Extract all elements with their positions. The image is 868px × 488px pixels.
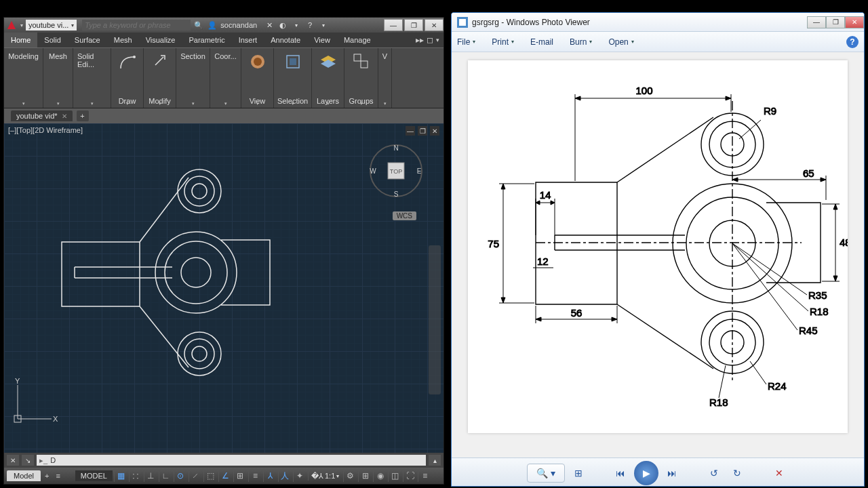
user-name[interactable]: socnandan — [220, 21, 257, 29]
ribbon-minimize-icon[interactable]: ◻ — [427, 35, 433, 45]
isolate-icon[interactable]: ◫ — [388, 470, 401, 482]
isoplane-icon[interactable]: ⟋ — [189, 470, 202, 482]
document-dropdown[interactable]: youtube vi... ▾ — [26, 20, 77, 30]
viewport[interactable]: [–][Top][2D Wireframe] — ❐ ✕ TOP N S E W… — [4, 123, 443, 453]
ribbon-label: Mesh — [49, 52, 67, 62]
svg-line-71 — [732, 243, 808, 311]
document-tab[interactable]: youtube vid* ✕ — [11, 110, 73, 121]
ribbon-draw[interactable]: Draw▾ — [111, 48, 144, 108]
lineweight-icon[interactable]: ≡ — [248, 470, 262, 482]
svg-text:75: 75 — [488, 238, 499, 249]
search-button-icon[interactable]: 🔍 — [193, 20, 204, 30]
close-tab-icon[interactable]: ✕ — [62, 113, 67, 120]
pv-menu-file[interactable]: File▾ — [457, 37, 475, 47]
cmd-recent-icon[interactable]: ↘ — [22, 455, 34, 466]
pv-rotate-ccw-button[interactable]: ↺ — [705, 464, 724, 483]
3dosnap-icon[interactable]: ∠ — [218, 470, 232, 482]
svg-text:R24: R24 — [768, 380, 787, 392]
ribbon-solid-editing[interactable]: Solid Edi...▾ — [73, 48, 111, 108]
clean-screen-icon[interactable]: ⛶ — [403, 470, 416, 482]
pv-help-button[interactable]: ? — [846, 36, 859, 48]
hardware-accel-icon[interactable]: ◉ — [373, 470, 387, 482]
svg-point-22 — [184, 339, 214, 369]
signin-icon[interactable]: 👤 — [207, 20, 218, 30]
model-button[interactable]: MODEL — [75, 470, 113, 481]
osnap-toggle-icon[interactable]: ⬚ — [203, 470, 217, 482]
document-tab-label: youtube vid* — [16, 112, 58, 120]
a360-icon[interactable]: ◐ — [277, 20, 288, 30]
ribbon-mesh[interactable]: Mesh▾ — [43, 48, 73, 108]
otrack-icon[interactable]: ⊞ — [233, 470, 247, 482]
maximize-button[interactable]: ❐ — [404, 19, 423, 31]
layout-list-icon[interactable]: ≡ — [53, 472, 62, 480]
autocad-logo[interactable] — [4, 18, 19, 33]
pv-menu-open[interactable]: Open▾ — [608, 37, 633, 47]
selection-filtering-icon[interactable]: 人 — [278, 470, 292, 482]
snap-toggle-icon[interactable]: ⸬ — [129, 470, 142, 482]
search-input[interactable] — [82, 20, 191, 30]
svg-line-46 — [739, 120, 761, 139]
new-tab-button[interactable]: + — [77, 110, 89, 121]
customize-icon[interactable]: ≡ — [418, 470, 431, 482]
gizmo-icon[interactable]: ✦ — [293, 470, 307, 482]
menu-insert[interactable]: Insert — [232, 33, 264, 47]
pv-rotate-cw-button[interactable]: ↻ — [728, 464, 747, 483]
menu-visualize[interactable]: Visualize — [139, 33, 182, 47]
pv-canvas[interactable]: 100 R9 75 14 12 56 — [452, 52, 864, 458]
menu-parametric[interactable]: Parametric — [182, 33, 231, 47]
ribbon-layers[interactable]: Layers▾ — [312, 48, 344, 108]
menu-mesh[interactable]: Mesh — [107, 33, 139, 47]
pv-slideshow-button[interactable]: ▶ — [634, 461, 658, 485]
menu-solid[interactable]: Solid — [37, 33, 67, 47]
minimize-button[interactable]: — — [384, 19, 403, 31]
chevron-down-icon[interactable]: ▾ — [318, 20, 329, 30]
grid-toggle-icon[interactable]: ▦ — [114, 470, 127, 482]
cmd-close-icon[interactable]: ✕ — [7, 455, 19, 466]
infer-constraints-icon[interactable]: ⊥ — [144, 470, 157, 482]
chevron-down-icon[interactable]: ▾ — [291, 20, 302, 30]
pv-menu-burn[interactable]: Burn▾ — [570, 37, 592, 47]
qat-pulldown-icon[interactable]: ▾ — [20, 22, 23, 28]
command-input[interactable]: ▸_ D — [37, 455, 426, 466]
gear-icon[interactable]: ⚙ — [343, 470, 357, 482]
pv-zoom-control[interactable]: 🔍 ▾ — [527, 464, 565, 483]
pv-menu-email[interactable]: E-mail — [530, 37, 553, 47]
ribbon-selection[interactable]: Selection▾ — [274, 48, 312, 108]
annotation-scale[interactable]: �⅄ 1:1 ▾ — [308, 472, 342, 481]
menu-annotate[interactable]: Annotate — [264, 33, 307, 47]
help-icon[interactable]: ? — [304, 20, 315, 30]
workspace-icon[interactable]: ⊞ — [358, 470, 372, 482]
pv-maximize-button[interactable]: ❐ — [826, 16, 845, 28]
layers-icon — [317, 51, 339, 73]
menu-manage[interactable]: Manage — [337, 33, 378, 47]
pv-last-button[interactable]: ⏭ — [663, 464, 682, 483]
pv-first-button[interactable]: ⏮ — [611, 464, 630, 483]
model-tab[interactable]: Model — [7, 470, 41, 481]
ribbon-coordinates[interactable]: Coor...▾ — [210, 48, 241, 108]
ribbon-view[interactable]: View▾ — [241, 48, 274, 108]
pv-actual-size-button[interactable]: ⊞ — [569, 464, 588, 483]
pv-menu-print[interactable]: Print▾ — [492, 37, 514, 47]
close-button[interactable]: ✕ — [425, 19, 443, 31]
svg-point-19 — [184, 176, 214, 206]
chevron-icon[interactable]: ▾ — [436, 37, 439, 43]
ribbon-more[interactable]: V▾ — [378, 48, 392, 108]
layout-add-icon[interactable]: + — [42, 472, 52, 480]
cmd-expand-icon[interactable]: ▴ — [429, 455, 441, 466]
pv-delete-button[interactable]: ✕ — [770, 464, 789, 483]
menu-scroll-right-icon[interactable]: ▸▸ — [416, 35, 424, 45]
pv-close-button[interactable]: ✕ — [845, 16, 864, 28]
ribbon-section[interactable]: Section▾ — [176, 48, 210, 108]
menu-home[interactable]: Home — [4, 33, 37, 47]
exchange-icon[interactable]: ✕ — [264, 20, 275, 30]
svg-point-16 — [165, 241, 227, 304]
ribbon-modify[interactable]: Modify▾ — [144, 48, 176, 108]
menu-surface[interactable]: Surface — [68, 33, 107, 47]
dynamic-ucs-icon[interactable]: ⅄ — [263, 470, 277, 482]
ribbon-modeling[interactable]: Modeling▾ — [4, 48, 43, 108]
pv-minimize-button[interactable]: — — [807, 16, 826, 28]
polar-toggle-icon[interactable]: ⊙ — [174, 470, 187, 482]
ribbon-groups[interactable]: Groups▾ — [344, 48, 378, 108]
ortho-toggle-icon[interactable]: ∟ — [159, 470, 172, 482]
menu-view[interactable]: View — [307, 33, 337, 47]
